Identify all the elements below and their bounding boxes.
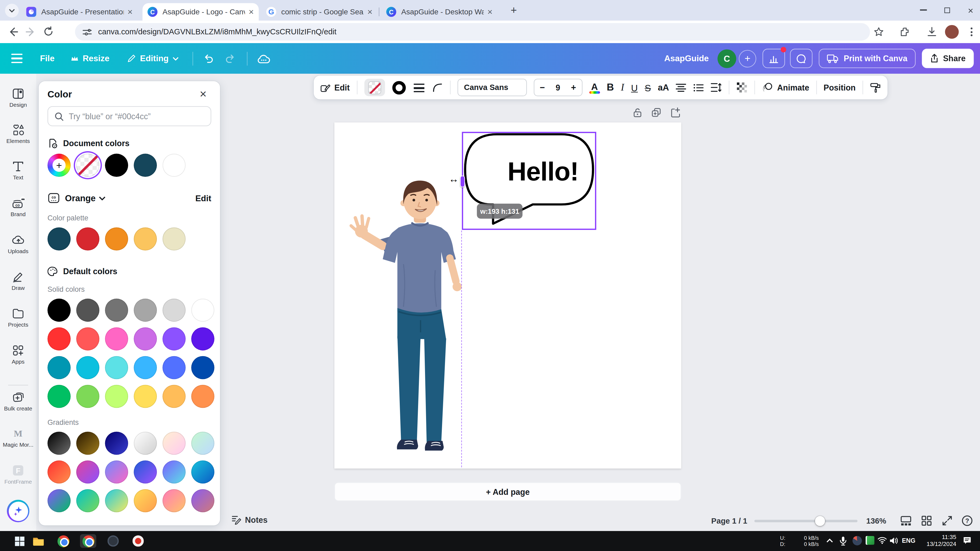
file-menu-button[interactable]: File <box>40 54 55 63</box>
text-case-button[interactable]: aA <box>658 83 669 93</box>
account-avatar[interactable]: C <box>718 49 736 68</box>
bookmark-star-icon[interactable] <box>874 27 884 37</box>
list-button[interactable] <box>694 83 704 92</box>
gradient-swatch[interactable] <box>191 432 215 455</box>
color-swatch[interactable] <box>191 356 215 379</box>
color-swatch[interactable] <box>162 385 186 408</box>
zoom-slider[interactable] <box>754 520 858 522</box>
strikethrough-button[interactable]: S <box>645 82 651 93</box>
transparency-button[interactable] <box>737 82 748 93</box>
share-button[interactable]: Share <box>922 49 974 68</box>
font-size-stepper[interactable]: − 9 + <box>533 79 582 96</box>
color-swatch[interactable] <box>76 385 99 408</box>
gradient-swatch[interactable] <box>105 489 128 513</box>
sidebar-item-draw[interactable]: Draw <box>0 270 36 291</box>
wifi-tray-icon[interactable] <box>877 537 887 544</box>
sidebar-item-text[interactable]: Text <box>0 159 36 181</box>
action-center-button[interactable] <box>963 536 972 545</box>
sidebar-item-design[interactable]: Design <box>0 87 36 108</box>
undo-button[interactable] <box>202 52 215 65</box>
font-size-value[interactable]: 9 <box>556 83 560 92</box>
reload-button[interactable] <box>43 26 54 37</box>
tray-expand-chevron[interactable] <box>826 538 833 543</box>
color-swatch[interactable] <box>162 227 186 251</box>
gradient-swatch[interactable] <box>134 432 157 455</box>
volume-tray-icon[interactable] <box>889 537 898 545</box>
gradient-swatch[interactable] <box>76 432 99 455</box>
color-swatch[interactable] <box>105 356 128 379</box>
color-swatch[interactable] <box>162 356 186 379</box>
gradient-swatch[interactable] <box>48 489 71 513</box>
gradient-swatch[interactable] <box>162 489 186 513</box>
position-button[interactable]: Position <box>824 83 856 92</box>
microphone-tray-icon[interactable] <box>839 536 847 546</box>
color-search[interactable] <box>48 106 211 126</box>
gradient-swatch[interactable] <box>191 489 215 513</box>
pages-view-button[interactable] <box>900 515 912 527</box>
color-swatch[interactable] <box>162 327 186 351</box>
font-size-decrease[interactable]: − <box>540 83 545 92</box>
border-color-button[interactable] <box>392 80 406 95</box>
tab-close-icon[interactable]: × <box>127 8 133 16</box>
home-menu-icon[interactable] <box>11 54 22 63</box>
palette-name[interactable]: Orange <box>65 193 95 203</box>
border-weight-button[interactable] <box>413 82 425 93</box>
panel-close-button[interactable]: × <box>196 87 210 102</box>
color-swatch[interactable] <box>134 356 157 379</box>
browser-tab-active[interactable]: C AsapGuide - Logo - Canva × <box>142 3 259 21</box>
gradient-swatch[interactable] <box>76 460 99 484</box>
color-swatch[interactable] <box>134 154 157 177</box>
unlock-icon[interactable] <box>632 107 643 118</box>
color-swatch[interactable] <box>48 356 71 379</box>
animate-button[interactable]: Animate <box>762 82 809 93</box>
print-button[interactable]: Print with Canva <box>819 49 915 68</box>
file-explorer-button[interactable] <box>30 534 46 548</box>
comments-button[interactable] <box>790 49 813 68</box>
extensions-icon[interactable] <box>900 27 910 37</box>
color-swatch[interactable] <box>48 227 71 251</box>
sidebar-item-elements[interactable]: Elements <box>0 123 36 144</box>
underline-button[interactable]: U <box>631 82 638 93</box>
edit-button[interactable]: Edit <box>320 82 350 93</box>
sidebar-item-uploads[interactable]: Uploads <box>0 233 36 254</box>
tab-close-icon[interactable]: × <box>368 8 372 16</box>
utility-tray-icon[interactable] <box>866 536 875 545</box>
palette-edit-button[interactable]: Edit <box>195 193 211 203</box>
clock[interactable]: 11:35 13/12/2024 <box>919 534 956 547</box>
window-maximize-button[interactable] <box>936 0 958 20</box>
color-swatch[interactable] <box>76 227 99 251</box>
browser-menu-icon[interactable] <box>967 25 975 38</box>
start-button[interactable] <box>11 534 27 548</box>
color-swatch[interactable] <box>105 299 128 322</box>
color-swatch[interactable] <box>162 299 186 322</box>
italic-button[interactable]: I <box>621 82 624 93</box>
color-search-input[interactable] <box>69 111 204 121</box>
new-tab-button[interactable]: + <box>506 3 521 18</box>
color-swatch[interactable] <box>134 299 157 322</box>
gradient-swatch[interactable] <box>134 460 157 484</box>
add-color-swatch[interactable] <box>48 154 71 177</box>
address-bar[interactable]: canva.com/design/DAGVNLBxLZM/i8mMhM_kwyC… <box>75 23 870 41</box>
alignment-button[interactable] <box>676 83 687 92</box>
chrome-taskbar-button-active[interactable] <box>80 534 96 548</box>
browser-tab[interactable]: G comic strip - Google Search × <box>261 3 378 21</box>
sidebar-item-magic-morph[interactable]: M Magic Mor... <box>0 427 36 448</box>
browser-tab[interactable]: C AsapGuide - Desktop Wallpape × <box>381 3 498 21</box>
gradient-swatch[interactable] <box>105 432 128 455</box>
browser-tab[interactable]: AsapGuide - Presentation - Ca × <box>21 3 139 21</box>
tab-close-icon[interactable]: × <box>487 8 492 16</box>
spacing-button[interactable] <box>711 83 722 93</box>
window-minimize-button[interactable] <box>913 0 934 20</box>
sidebar-item-apps[interactable]: Apps <box>0 344 36 365</box>
color-swatch[interactable] <box>76 356 99 379</box>
help-button[interactable]: ? <box>961 515 973 527</box>
color-swatch[interactable] <box>191 327 215 351</box>
color-swatch[interactable] <box>162 154 186 177</box>
sidebar-item-projects[interactable]: Projects <box>0 306 36 328</box>
color-swatch[interactable] <box>76 327 99 351</box>
duplicate-page-icon[interactable] <box>651 107 662 118</box>
color-swatch[interactable] <box>191 299 215 322</box>
gradient-swatch[interactable] <box>48 460 71 484</box>
color-swatch[interactable] <box>105 227 128 251</box>
gradient-swatch[interactable] <box>76 489 99 513</box>
